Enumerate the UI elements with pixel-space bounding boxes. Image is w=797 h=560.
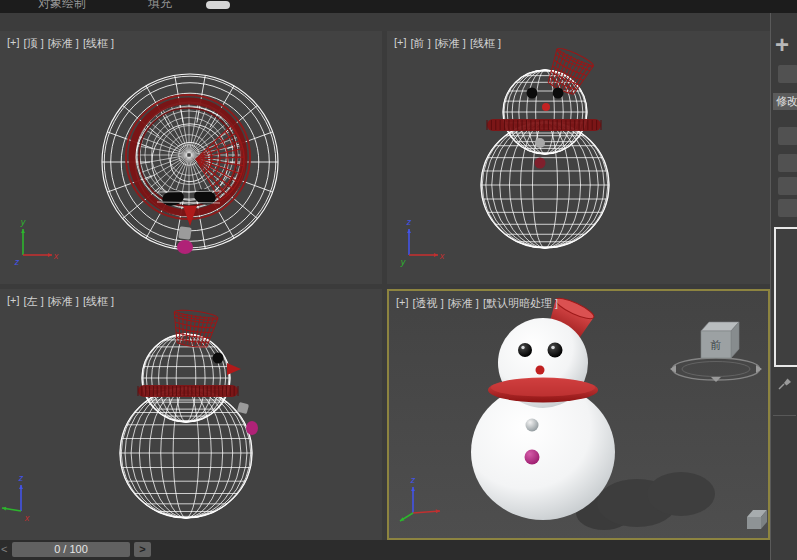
viewport-top[interactable]: [+] [顶 ] [标准 ] [线框 ] yxz	[0, 31, 382, 284]
viewport-label-front: [+] [前 ] [标准 ] [线框 ]	[394, 36, 501, 51]
menu-item-object-paint[interactable]: 对象绘制	[38, 0, 86, 11]
axis-label: x	[439, 251, 445, 261]
axis-label: x	[53, 251, 59, 261]
viewport-pov-label[interactable]: [左 ]	[24, 294, 44, 309]
axis-label: z	[18, 473, 24, 483]
viewport-standard-label[interactable]: [标准 ]	[448, 296, 479, 311]
time-slider-handle[interactable]: 0 / 100	[12, 542, 130, 557]
viewport-label-top: [+] [顶 ] [标准 ] [线框 ]	[7, 36, 114, 51]
viewport-menu-icon[interactable]: [+]	[7, 36, 20, 51]
previous-frame-button[interactable]: <	[1, 543, 7, 555]
viewport-standard-label[interactable]: [标准 ]	[435, 36, 466, 51]
axis-label: y	[400, 257, 406, 267]
viewport-perspective-active[interactable]: [+] [透视 ] [标准 ] [默认明暗处理 ] 前z	[387, 289, 770, 540]
viewport-shading-label[interactable]: [默认明暗处理 ]	[483, 296, 558, 311]
viewport-menu-icon[interactable]: [+]	[394, 36, 407, 51]
viewport-label-left: [+] [左 ] [标准 ] [线框 ]	[7, 294, 114, 309]
viewcube[interactable]: 前	[670, 322, 762, 382]
command-panel: + 修改	[770, 13, 797, 560]
modifier-list-label[interactable]: 修改	[773, 93, 797, 110]
panel-button[interactable]	[778, 199, 797, 217]
viewport-pov-label[interactable]: [前 ]	[411, 36, 431, 51]
axis-label: x	[24, 513, 30, 523]
next-frame-button[interactable]: >	[134, 542, 151, 557]
toolbar-strip	[0, 13, 770, 31]
viewport-left[interactable]: [+] [左 ] [标准 ] [线框 ] zx	[0, 289, 382, 540]
viewport-shading-label[interactable]: [线框 ]	[83, 294, 114, 309]
3dsmax-window: 对象绘制 填充 [+] [顶 ] [标准 ] [线框 ] yxz [+] [前 …	[0, 0, 797, 560]
menu-bar: 对象绘制 填充	[0, 0, 797, 13]
viewport-shading-label[interactable]: [线框 ]	[83, 36, 114, 51]
top-view-canvas: yxz	[0, 31, 382, 284]
front-view-canvas: zxy	[387, 31, 770, 284]
axis-label: z	[14, 257, 20, 267]
axis-label: z	[406, 217, 412, 227]
panel-divider	[773, 415, 796, 416]
pin-icon[interactable]	[776, 375, 793, 392]
panel-button[interactable]	[778, 154, 797, 172]
panel-button[interactable]	[778, 127, 797, 145]
panel-button[interactable]	[778, 177, 797, 195]
viewport-front[interactable]: [+] [前 ] [标准 ] [线框 ] zxy	[387, 31, 770, 284]
panel-button[interactable]	[778, 65, 797, 83]
axis-label: z	[410, 475, 416, 485]
viewport-standard-label[interactable]: [标准 ]	[48, 294, 79, 309]
viewcube-front-face-label[interactable]: 前	[710, 339, 722, 351]
modifier-stack-box[interactable]	[774, 227, 797, 367]
left-view-canvas: zx	[0, 289, 382, 540]
perspective-view-canvas: 前z	[389, 291, 768, 538]
viewport-shading-label[interactable]: [线框 ]	[470, 36, 501, 51]
menu-item-populate[interactable]: 填充	[148, 0, 172, 11]
viewport-menu-icon[interactable]: [+]	[7, 294, 20, 309]
plus-icon[interactable]: +	[775, 33, 789, 57]
time-slider-bar: < 0 / 100 >	[0, 540, 770, 560]
viewport-pov-label[interactable]: [透视 ]	[413, 296, 444, 311]
viewport-pov-label[interactable]: [顶 ]	[24, 36, 44, 51]
menu-pill-decoration	[206, 1, 230, 9]
viewport-label-perspective: [+] [透视 ] [标准 ] [默认明暗处理 ]	[396, 296, 558, 311]
axis-label: y	[20, 217, 26, 227]
viewport-standard-label[interactable]: [标准 ]	[48, 36, 79, 51]
viewport-menu-icon[interactable]: [+]	[396, 296, 409, 311]
